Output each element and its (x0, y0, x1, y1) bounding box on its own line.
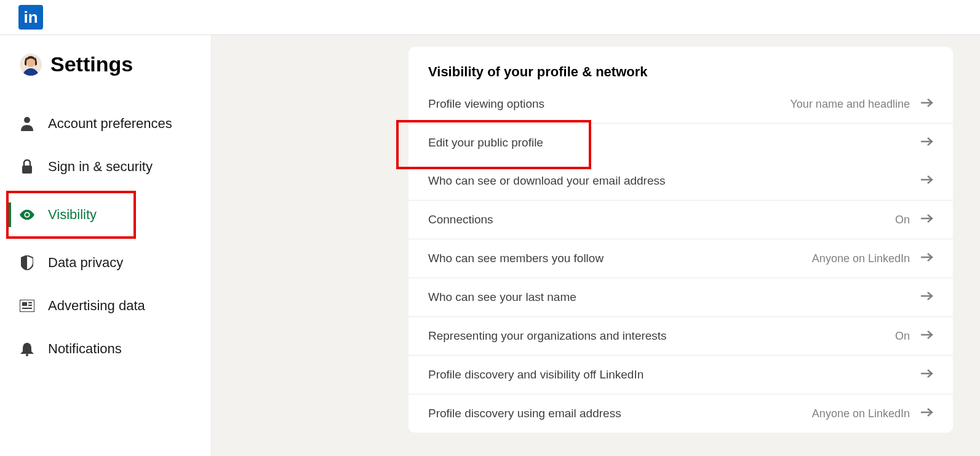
avatar[interactable] (20, 54, 42, 76)
section-title: Visibility of your profile & network (408, 64, 953, 85)
arrow-right-icon (921, 252, 933, 265)
sidebar-item-notifications[interactable]: Notifications (0, 327, 211, 370)
setting-value: Anyone on LinkedIn (812, 407, 910, 420)
sidebar-item-label: Notifications (48, 341, 122, 357)
arrow-right-icon (921, 214, 933, 226)
setting-row-representing-orgs[interactable]: Representing your organizations and inte… (408, 317, 953, 356)
setting-label: Edit your public profile (428, 136, 543, 150)
shield-icon (20, 255, 34, 270)
setting-right: Anyone on LinkedIn (812, 252, 933, 265)
lock-icon (20, 159, 34, 174)
setting-row-edit-public-profile[interactable]: Edit your public profile (408, 124, 953, 162)
setting-label: Who can see your last name (428, 290, 576, 304)
svg-point-5 (25, 213, 29, 217)
setting-label: Profile discovery and visibility off Lin… (428, 368, 643, 382)
sidebar-item-data-privacy[interactable]: Data privacy (0, 241, 211, 284)
svg-point-3 (24, 117, 30, 123)
sidebar-item-label: Visibility (48, 207, 97, 223)
sidebar-header: Settings (0, 52, 211, 76)
arrow-right-icon (921, 330, 933, 342)
arrow-right-icon (921, 291, 933, 303)
setting-right (910, 291, 933, 303)
sidebar-item-visibility[interactable]: Visibility (9, 193, 133, 236)
setting-row-profile-discovery-off-linkedin[interactable]: Profile discovery and visibility off Lin… (408, 356, 953, 394)
person-icon (20, 116, 34, 131)
setting-label: Who can see or download your email addre… (428, 174, 665, 188)
setting-row-profile-discovery-email[interactable]: Profile discovery using email address An… (408, 394, 953, 433)
setting-row-email-visibility[interactable]: Who can see or download your email addre… (408, 162, 953, 201)
arrow-right-icon (921, 175, 933, 187)
svg-rect-7 (22, 302, 27, 306)
highlight-annotation-sidebar: Visibility (6, 191, 136, 239)
setting-value: On (895, 214, 910, 226)
sidebar: Settings Account preferences Sign in & s… (0, 35, 212, 456)
setting-row-last-name[interactable]: Who can see your last name (408, 278, 953, 317)
arrow-right-icon (921, 98, 933, 110)
svg-point-11 (26, 354, 28, 356)
svg-rect-4 (22, 166, 32, 174)
setting-row-profile-viewing-options[interactable]: Profile viewing options Your name and he… (408, 85, 953, 124)
bell-icon (20, 342, 34, 356)
setting-right: Anyone on LinkedIn (812, 407, 933, 420)
content-card: Visibility of your profile & network Pro… (408, 47, 953, 433)
setting-right: On (895, 330, 933, 343)
setting-label: Who can see members you follow (428, 252, 604, 265)
setting-value: Anyone on LinkedIn (812, 252, 910, 265)
setting-value: Your name and headline (791, 98, 910, 111)
page-title: Settings (50, 52, 133, 76)
setting-label: Profile discovery using email address (428, 407, 621, 420)
setting-label: Representing your organizations and inte… (428, 329, 667, 343)
sidebar-item-advertising-data[interactable]: Advertising data (0, 284, 211, 327)
arrow-right-icon (921, 407, 933, 420)
setting-right: Your name and headline (791, 98, 934, 111)
setting-right (910, 369, 933, 381)
top-bar: in (0, 0, 980, 35)
newspaper-icon (20, 298, 34, 313)
arrow-right-icon (921, 137, 933, 149)
setting-row-connections[interactable]: Connections On (408, 201, 953, 239)
eye-icon (20, 207, 34, 222)
sidebar-item-label: Sign in & security (48, 159, 153, 175)
setting-label: Connections (428, 213, 493, 226)
setting-right (910, 175, 933, 187)
setting-row-members-you-follow[interactable]: Who can see members you follow Anyone on… (408, 239, 953, 278)
sidebar-item-account-preferences[interactable]: Account preferences (0, 102, 211, 145)
linkedin-logo[interactable]: in (18, 5, 43, 30)
sidebar-item-label: Advertising data (48, 298, 145, 314)
sidebar-item-sign-in-security[interactable]: Sign in & security (0, 145, 211, 188)
setting-right (910, 137, 933, 149)
sidebar-item-label: Data privacy (48, 255, 123, 271)
setting-label: Profile viewing options (428, 97, 544, 111)
main-area: Visibility of your profile & network Pro… (212, 35, 980, 456)
setting-right: On (895, 214, 933, 226)
sidebar-item-label: Account preferences (48, 116, 172, 132)
row-wrapper: Edit your public profile (408, 124, 953, 162)
container: Settings Account preferences Sign in & s… (0, 35, 980, 456)
setting-value: On (895, 330, 910, 343)
arrow-right-icon (921, 369, 933, 381)
